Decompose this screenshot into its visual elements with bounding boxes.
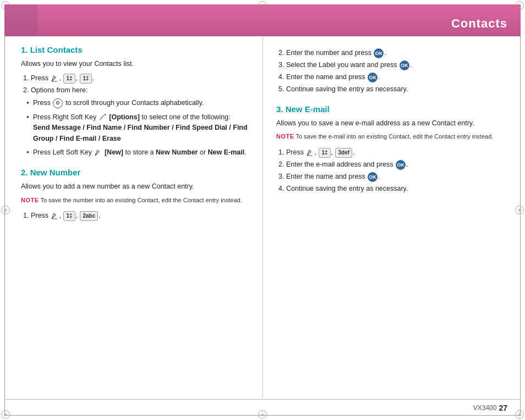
section2-description: Allows you to add a new number as a new …	[21, 181, 249, 192]
pen-key-icon2	[51, 212, 58, 220]
section1-description: Allows you to view your Contacts list.	[21, 59, 249, 69]
key-1star2: 1‡	[80, 74, 91, 84]
footer-page-number: 27	[499, 404, 507, 412]
ok-btn-5: OK	[368, 172, 378, 182]
section2-heading: 2. New Number	[21, 168, 249, 177]
list-item: Select the Label you want and press OK.	[286, 59, 504, 70]
bullet-right-soft: Press Right Soft Key [Options] to select…	[26, 112, 249, 144]
section2-numbered-list: Press , 1‡, 2abc.	[21, 210, 249, 221]
scroll-key-icon: ⊙	[53, 98, 63, 108]
section3-note: NOTE To save the e-mail into an existing…	[276, 132, 504, 141]
list-item: Enter the e-mail address and press OK.	[286, 159, 504, 170]
section1-bullets: Press ⊙ to scroll through your Contacts …	[21, 98, 249, 158]
note-label: NOTE	[21, 197, 39, 203]
options-label: [Options]	[109, 113, 140, 121]
key-1star: 1‡	[63, 74, 75, 84]
new-label: [New]	[105, 148, 123, 156]
header-bar: Contacts	[4, 4, 521, 36]
section3-heading: 3. New E-mail	[276, 104, 504, 114]
note3-label: NOTE	[276, 133, 294, 140]
footer-bar: VX3400 27	[4, 399, 521, 416]
list-item: Press , 1‡, 2abc.	[31, 210, 249, 221]
left-soft-key-icon	[94, 149, 102, 157]
ok-btn-2: OK	[400, 60, 409, 70]
right-column: Enter the number and press OK. Select th…	[271, 45, 504, 393]
ok-btn-4: OK	[396, 160, 406, 170]
section-new-number: 2. New Number Allows you to add a new nu…	[21, 168, 249, 221]
section2-note: NOTE To save the number into an existing…	[21, 196, 249, 205]
ok-btn-1: OK	[374, 48, 384, 58]
section-new-email: 3. New E-mail Allows you to save a new e…	[276, 104, 504, 194]
key-1star3: 1‡	[63, 211, 75, 221]
section1-heading: 1. List Contacts	[21, 45, 249, 54]
list-item: Press , 1‡, 3def.	[286, 147, 504, 158]
key-1star4: 1‡	[319, 148, 330, 158]
pen-key-icon	[51, 75, 58, 82]
list-item: Continue saving the entry as necessary.	[286, 84, 504, 95]
key-2abc: 2abc	[80, 211, 98, 221]
content-area: 1. List Contacts Allows you to view your…	[4, 36, 521, 398]
pen-key-icon3	[306, 149, 314, 157]
key-3def: 3def	[335, 148, 352, 158]
left-column: 1. List Contacts Allows you to view your…	[21, 45, 254, 393]
header-title: Contacts	[451, 16, 507, 31]
list-item: Continue saving the entry as necessary.	[286, 183, 504, 194]
section-list-contacts: 1. List Contacts Allows you to view your…	[21, 45, 249, 158]
right-soft-key-icon	[99, 113, 107, 121]
section3-description: Allows you to save a new e-mail address …	[276, 118, 504, 129]
bullet-scroll: Press ⊙ to scroll through your Contacts …	[26, 98, 249, 108]
section1-numbered-list: Press , 1‡, 1‡. Options from here:	[21, 73, 249, 96]
section2-continued: Enter the number and press OK. Select th…	[276, 47, 504, 95]
ok-btn-3: OK	[368, 73, 378, 82]
list-item: Press , 1‡, 1‡.	[31, 73, 249, 84]
note-text: To save the number into an existing Cont…	[40, 197, 242, 203]
footer-model-label: VX3400	[473, 404, 497, 412]
section3-numbered-list: Press , 1‡, 3def. Enter the e-mail addre…	[276, 147, 504, 194]
options-list: Send Message / Find Name / Find Number /…	[33, 124, 248, 142]
header-left-accent	[4, 4, 37, 36]
list-item: Enter the name and press OK.	[286, 171, 504, 182]
note3-text: To save the e-mail into an existing Cont…	[296, 133, 493, 140]
section2-cont-list: Enter the number and press OK. Select th…	[276, 47, 504, 95]
list-item: Enter the number and press OK.	[286, 47, 504, 58]
bullet-left-soft: Press Left Soft Key [New] to store a New…	[26, 147, 249, 158]
list-item: Enter the name and press OK.	[286, 71, 504, 82]
list-item: Options from here:	[31, 85, 249, 96]
